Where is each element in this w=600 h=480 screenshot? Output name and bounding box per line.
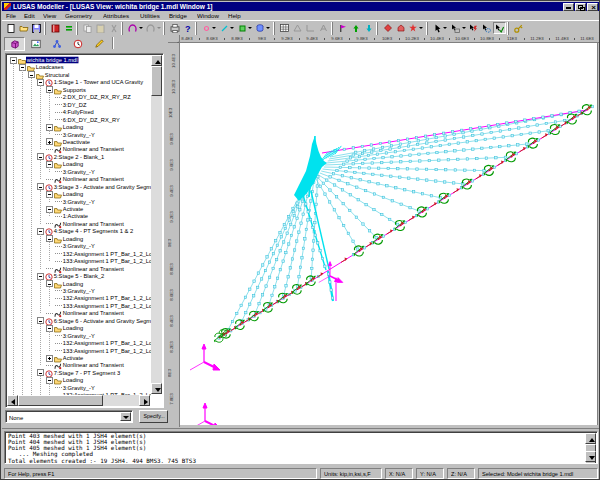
cut-button[interactable] bbox=[107, 22, 120, 34]
restore-button[interactable] bbox=[575, 3, 586, 11]
text-output-panel: Point 403 meshed with 1 JSH4 element(s) … bbox=[2, 428, 600, 465]
redo-button[interactable] bbox=[144, 22, 162, 34]
new-document-button[interactable] bbox=[4, 22, 17, 34]
tree-horizontal-scrollbar[interactable] bbox=[7, 395, 150, 406]
title-bar[interactable]: LUSAS Modeller - [LUSAS View: wichita br… bbox=[2, 2, 600, 11]
app-icon bbox=[4, 3, 11, 10]
save-floppy-button[interactable] bbox=[30, 22, 43, 34]
key-yellow-button[interactable] bbox=[512, 22, 525, 34]
toolbar: ? bbox=[2, 20, 600, 35]
model-treeview[interactable]: wichita bridge 1.mdlLoadcasesStructural1… bbox=[5, 53, 164, 408]
surface-tool-button[interactable] bbox=[236, 22, 254, 34]
red-book-button[interactable] bbox=[49, 22, 62, 34]
horizontal-ruler: 8.4E38.6E38.8E39E39.2E39.4E39.6E39.8E310… bbox=[180, 35, 600, 43]
green-equals-button[interactable] bbox=[62, 22, 75, 34]
status-selected: Selected: Model wichita bridge 1.mdl bbox=[478, 468, 598, 479]
menu-utilities[interactable]: Utilities bbox=[140, 12, 166, 20]
svg-text:?: ? bbox=[185, 24, 191, 33]
status-x: X: N/A bbox=[385, 468, 413, 479]
help-button[interactable]: ? bbox=[181, 22, 194, 34]
cursor-button[interactable] bbox=[431, 22, 449, 34]
cursor-flash-button[interactable] bbox=[467, 22, 480, 34]
tree-expander[interactable] bbox=[46, 355, 53, 362]
attributes-tab[interactable] bbox=[46, 37, 67, 51]
point-tool-button[interactable] bbox=[200, 22, 218, 34]
workspace: wichita bridge 1.mdlLoadcasesStructural1… bbox=[2, 35, 600, 427]
volume-tool-button[interactable] bbox=[254, 22, 272, 34]
copy-button[interactable] bbox=[81, 22, 94, 34]
menu-bar: FileEditViewGeometryAttributesUtilitiesB… bbox=[2, 11, 600, 20]
text-output-box[interactable]: Point 403 meshed with 1 JSH4 element(s) … bbox=[4, 431, 598, 464]
sidebar-tabbar bbox=[4, 37, 113, 51]
status-bar: For Help, press F1 Units: kip,in,ksi,s,F… bbox=[2, 466, 600, 480]
menu-geometry[interactable]: Geometry bbox=[65, 12, 98, 20]
tree-vertical-scrollbar[interactable] bbox=[151, 55, 162, 394]
menu-edit[interactable]: Edit bbox=[24, 12, 41, 20]
home-red-button[interactable] bbox=[394, 22, 407, 34]
close-button[interactable]: × bbox=[587, 3, 598, 11]
window-title: LUSAS Modeller - [LUSAS View: wichita br… bbox=[13, 3, 213, 10]
status-units: Units: kip,in,ksi,s,F bbox=[320, 468, 382, 479]
status-help: For Help, press F1 bbox=[4, 468, 317, 479]
menu-view[interactable]: View bbox=[43, 12, 62, 20]
diamond-red-button[interactable] bbox=[381, 22, 394, 34]
cursor-box-button[interactable] bbox=[449, 22, 467, 34]
grid-table-button[interactable] bbox=[278, 22, 291, 34]
line-tool-button[interactable] bbox=[218, 22, 236, 34]
menu-attributes[interactable]: Attributes bbox=[103, 12, 135, 20]
combobox-value: None bbox=[9, 413, 23, 422]
mesh-dis-button[interactable] bbox=[291, 22, 304, 34]
cursor-lasso-button[interactable] bbox=[480, 22, 493, 34]
vertical-ruler: 10.4E310.2E310E39.8E39.6E39.4E39.2E39E38… bbox=[168, 43, 180, 427]
output-log: Point 403 meshed with 1 JSH4 element(s) … bbox=[5, 432, 597, 464]
output-vertical-scrollbar[interactable] bbox=[585, 433, 596, 462]
cursor-check-button[interactable] bbox=[493, 22, 506, 34]
status-y: Y: N/A bbox=[416, 468, 444, 479]
flag-magenta-button[interactable] bbox=[336, 22, 349, 34]
combobox-dropdown-icon[interactable] bbox=[120, 412, 131, 421]
geom-dis-button[interactable] bbox=[304, 22, 317, 34]
ruler-corner bbox=[168, 35, 180, 43]
menu-help[interactable]: Help bbox=[228, 12, 247, 20]
annotation-tab[interactable] bbox=[88, 37, 109, 51]
open-folder-button[interactable] bbox=[17, 22, 30, 34]
lusas-modeller-window: { "window": { "title": "LUSAS Modeller -… bbox=[0, 0, 600, 480]
tree-expander[interactable] bbox=[46, 138, 53, 145]
model-tab[interactable] bbox=[4, 37, 25, 51]
loadcases-tab[interactable] bbox=[67, 37, 88, 51]
attr-dis-button[interactable] bbox=[317, 22, 330, 34]
print-button[interactable] bbox=[168, 22, 181, 34]
view-properties-tab[interactable] bbox=[25, 37, 46, 51]
specify-button[interactable]: Specify... bbox=[139, 410, 168, 423]
status-z: Z: N/A bbox=[447, 468, 475, 479]
minimize-button[interactable] bbox=[563, 3, 574, 11]
star-red-button[interactable] bbox=[407, 22, 425, 34]
paste-button[interactable] bbox=[94, 22, 107, 34]
arrow-down-cyan-button[interactable] bbox=[362, 22, 375, 34]
model-viewport[interactable] bbox=[180, 43, 598, 425]
menu-window[interactable]: Window bbox=[197, 12, 225, 20]
menu-file[interactable]: File bbox=[6, 12, 22, 20]
arrow-up-green-button[interactable] bbox=[349, 22, 362, 34]
undo-button[interactable] bbox=[126, 22, 144, 34]
loadcase-combobox[interactable]: None bbox=[5, 410, 133, 423]
menu-bridge[interactable]: Bridge bbox=[169, 12, 193, 20]
